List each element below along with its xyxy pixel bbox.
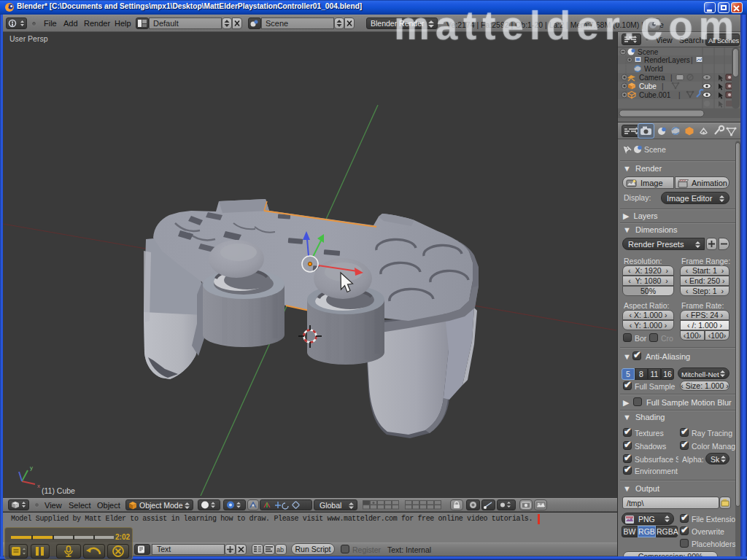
svg-text:Cube.001: Cube.001 [639,91,671,99]
svg-text:ab: ab [276,546,284,553]
svg-text:RenderLayers: RenderLayers [644,56,690,64]
svg-text:y: y [30,464,33,471]
svg-text:Scene: Scene [638,48,659,56]
svg-text:World: World [644,65,663,73]
svg-text:Cube: Cube [639,82,657,90]
svg-text:x: x [37,483,40,489]
svg-text:|: | [662,82,664,90]
svg-text:|: | [670,74,673,82]
svg-text:Scene: Scene [644,145,666,154]
svg-text:|: | [678,91,681,99]
svg-text:|: | [691,56,693,64]
svg-text:Camera: Camera [639,74,665,82]
